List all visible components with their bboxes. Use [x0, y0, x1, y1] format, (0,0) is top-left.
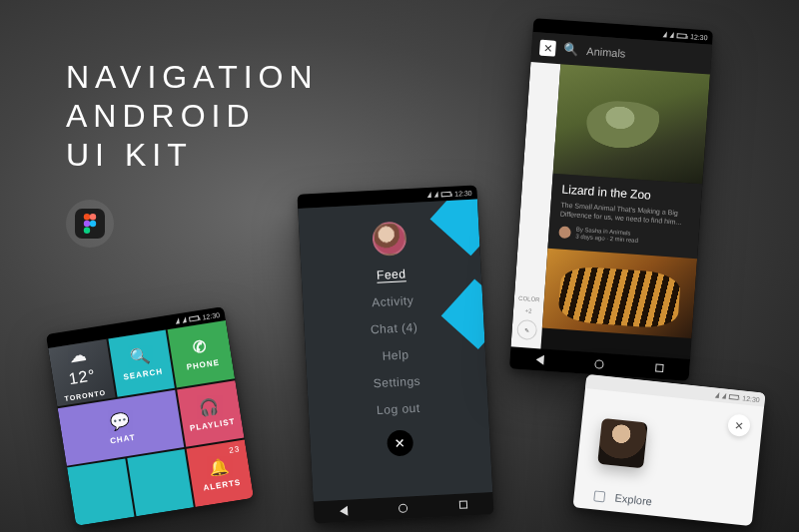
home-icon[interactable]: [595, 359, 605, 369]
battery-icon: [441, 191, 451, 197]
figma-badge: [66, 200, 114, 248]
menu-item-chat[interactable]: Chat (4): [371, 320, 418, 336]
tile-search[interactable]: 🔍 SEARCH: [108, 329, 175, 396]
tile-blank[interactable]: [67, 459, 134, 526]
close-icon: ✕: [542, 41, 552, 55]
wifi-icon: [670, 32, 674, 38]
menu-item-help[interactable]: Help: [382, 347, 408, 362]
close-icon: ✕: [734, 418, 744, 432]
chat-icon: 💬: [108, 410, 132, 432]
tile-playlist[interactable]: 🎧 PLAYLIST: [177, 380, 244, 447]
tile-label: SEARCH: [123, 367, 164, 382]
headphones-icon: 🎧: [198, 396, 222, 418]
signal-icon: [715, 392, 720, 398]
svg-point-1: [90, 214, 96, 220]
signal-icon: [175, 317, 180, 324]
wifi-icon: [434, 192, 438, 198]
article-subtitle: The Small Animal That's Making a Big Dif…: [560, 201, 691, 229]
article-image-lizard: [553, 64, 710, 184]
svg-point-0: [84, 214, 90, 220]
avatar[interactable]: [372, 221, 407, 257]
tile-phone[interactable]: ✆ PHONE: [168, 320, 235, 387]
search-icon[interactable]: 🔍: [563, 42, 579, 57]
wifi-icon: [182, 316, 187, 323]
status-time: 12:30: [454, 189, 472, 197]
tile-weather[interactable]: ☁ 12° TORONTO: [48, 339, 115, 406]
signal-icon: [427, 192, 431, 198]
weather-temp: 12°: [68, 366, 98, 388]
close-icon: ✕: [395, 435, 406, 451]
recent-icon[interactable]: [459, 500, 467, 508]
menu-item-settings[interactable]: Settings: [373, 374, 420, 390]
home-icon[interactable]: [399, 503, 407, 512]
phone-tiles: 12:30 ☁ 12° TORONTO 🔍 SEARCH ✆ PHONE 💬 C…: [46, 306, 254, 526]
explore-row[interactable]: Explore: [593, 489, 652, 507]
title-line-2: ANDROID: [66, 97, 319, 136]
battery-icon: [677, 33, 687, 39]
close-button[interactable]: ✕: [727, 413, 751, 437]
brush-icon: ✎: [524, 326, 529, 333]
title-line-3: UI KIT: [66, 136, 319, 175]
phone-article: 12:30 ✕ 🔍 Animals COLOR +2 ✎ Lizard in t…: [509, 18, 713, 381]
article-card[interactable]: Lizard in the Zoo The Small Animal That'…: [547, 64, 710, 259]
close-button[interactable]: ✕: [387, 429, 413, 456]
status-time: 12:30: [690, 33, 708, 41]
tile-label: PLAYLIST: [189, 417, 236, 433]
avatar[interactable]: [597, 418, 648, 469]
explore-label: Explore: [614, 492, 652, 508]
cloud-icon: ☁: [69, 344, 89, 365]
menu-item-activity[interactable]: Activity: [372, 293, 414, 309]
phone-icon: ✆: [192, 337, 209, 358]
tile-alerts[interactable]: 23 🔔 ALERTS: [187, 440, 254, 507]
close-button[interactable]: ✕: [539, 40, 556, 57]
svg-point-4: [84, 228, 90, 234]
accent-shape: [430, 199, 493, 256]
phone-menu: 12:30 Feed Activity Chat (4) Help Settin…: [297, 186, 493, 524]
color-label: COLOR: [518, 295, 540, 302]
article-image-tiger[interactable]: [542, 249, 697, 338]
alerts-count: 23: [229, 445, 241, 456]
title-line-1: NAVIGATION: [66, 58, 319, 97]
status-time: 12:30: [742, 394, 760, 403]
status-time: 12:30: [202, 310, 220, 320]
author-avatar: [558, 227, 571, 240]
menu-item-logout[interactable]: Log out: [377, 401, 420, 417]
color-count: +2: [524, 307, 531, 313]
figma-icon: [75, 209, 105, 239]
signal-icon: [663, 31, 667, 37]
menu-item-feed[interactable]: Feed: [377, 266, 406, 282]
tile-blank[interactable]: [127, 449, 194, 516]
svg-point-2: [84, 221, 90, 227]
search-icon: 🔍: [129, 346, 153, 368]
tile-label: PHONE: [186, 358, 220, 372]
wifi-icon: [722, 392, 727, 398]
explore-icon: [593, 490, 605, 502]
brush-button[interactable]: ✎: [516, 319, 537, 340]
bell-icon: 🔔: [208, 456, 232, 478]
hero-title: NAVIGATION ANDROID UI KIT: [66, 58, 319, 175]
phone-explore: 12:30 ✕ Explore: [572, 374, 765, 526]
search-label[interactable]: Animals: [586, 45, 626, 60]
battery-icon: [729, 394, 739, 400]
tile-label: ALERTS: [203, 477, 242, 492]
back-icon[interactable]: [535, 354, 544, 365]
back-icon[interactable]: [340, 506, 349, 516]
article-meta: By Sasha in Animals 3 days ago · 2 min r…: [575, 227, 639, 246]
battery-icon: [189, 315, 200, 322]
tile-label: CHAT: [110, 433, 137, 446]
recent-icon[interactable]: [655, 364, 664, 373]
svg-point-3: [90, 221, 96, 227]
